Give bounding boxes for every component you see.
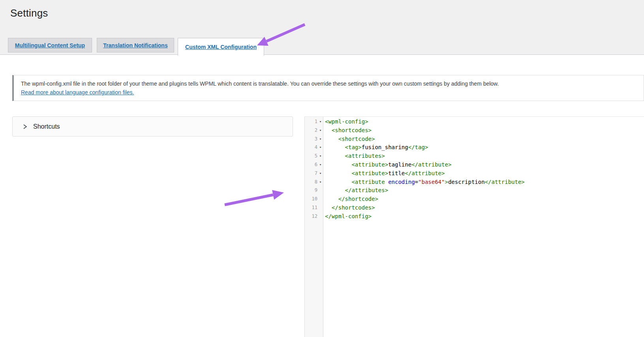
code-line[interactable]: 11 </shortcodes> <box>305 204 644 212</box>
gutter-cell: 8▾ <box>305 178 323 187</box>
code-line[interactable]: 4▾ <tag>fusion_sharing</tag> <box>305 143 644 152</box>
shortcuts-accordion-header[interactable]: Shortcuts <box>12 116 293 137</box>
code-line[interactable]: 1▾<wpml-config> <box>305 118 644 126</box>
line-number: 1 <box>305 118 317 126</box>
code-line[interactable]: 9 </attributes> <box>305 186 644 195</box>
code-line[interactable]: 8▾ <attribute encoding="base64">descript… <box>305 178 644 187</box>
code-line[interactable]: 5▾ <attributes> <box>305 152 644 161</box>
code-text: <tag>fusion_sharing</tag> <box>323 143 428 152</box>
gutter-cell: 7▾ <box>305 169 323 178</box>
code-text: </attributes> <box>323 186 388 195</box>
code-line[interactable]: 2▾ <shortcodes> <box>305 126 644 135</box>
read-more-link[interactable]: Read more about language configuration f… <box>21 89 134 95</box>
code-text: <wpml-config> <box>323 118 368 126</box>
chevron-right-icon <box>22 124 28 129</box>
gutter-cell: 9 <box>305 186 323 195</box>
tab-label: Multilingual Content Setup <box>15 42 85 49</box>
code-line[interactable]: 12</wpml-config> <box>305 212 644 221</box>
fold-toggle-icon[interactable]: ▾ <box>317 178 323 187</box>
code-line[interactable]: 10 </shortcode> <box>305 195 644 204</box>
fold-toggle-icon[interactable]: ▾ <box>317 143 323 152</box>
gutter-cell: 6▾ <box>305 161 323 169</box>
fold-toggle-icon[interactable]: ▾ <box>317 169 323 178</box>
line-number: 4 <box>305 143 317 152</box>
line-number: 5 <box>305 152 317 161</box>
gutter-cell: 12 <box>305 212 323 221</box>
arrow-to-code-editor <box>225 190 284 205</box>
gutter-cell: 2▾ <box>305 126 323 135</box>
xml-code-editor[interactable]: 1▾<wpml-config>2▾ <shortcodes>3▾ <shortc… <box>304 116 644 337</box>
code-text: <attributes> <box>323 152 385 161</box>
fold-toggle-icon[interactable]: ▾ <box>317 118 323 126</box>
tab-custom-xml-configuration[interactable]: Custom XML Configuration <box>178 38 264 56</box>
gutter-cell: 5▾ <box>305 152 323 161</box>
code-text: <attribute>title</attribute> <box>323 169 445 178</box>
tab-label: Translation Notifications <box>103 42 167 49</box>
line-number: 3 <box>305 135 317 144</box>
line-number: 6 <box>305 161 317 169</box>
info-notice: The wpml-config.xml file in the root fol… <box>12 75 644 101</box>
fold-toggle-icon[interactable]: ▾ <box>317 152 323 161</box>
line-number: 12 <box>305 212 317 221</box>
line-number: 11 <box>305 204 317 212</box>
gutter-cell: 3▾ <box>305 135 323 144</box>
tab-translation-notifications[interactable]: Translation Notifications <box>97 38 174 52</box>
notice-text: The wpml-config.xml file in the root fol… <box>21 79 636 88</box>
code-text: </shortcode> <box>323 195 378 204</box>
code-text: <shortcodes> <box>323 126 372 135</box>
gutter-cell: 11 <box>305 204 323 212</box>
fold-toggle-icon[interactable]: ▾ <box>317 161 323 169</box>
page-title: Settings <box>10 7 48 19</box>
fold-toggle-icon[interactable]: ▾ <box>317 135 323 144</box>
line-number: 10 <box>305 195 317 204</box>
gutter-cell: 4▾ <box>305 143 323 152</box>
gutter-cell: 1▾ <box>305 118 323 126</box>
tab-label: Custom XML Configuration <box>185 44 257 50</box>
code-text: </shortcodes> <box>323 204 375 212</box>
code-line[interactable]: 6▾ <attribute>tagline</attribute> <box>305 161 644 169</box>
editor-code-lines[interactable]: 1▾<wpml-config>2▾ <shortcodes>3▾ <shortc… <box>305 118 644 221</box>
line-number: 7 <box>305 169 317 178</box>
tab-multilingual-content-setup[interactable]: Multilingual Content Setup <box>8 38 92 52</box>
code-text: <shortcode> <box>323 135 375 144</box>
code-text: </wpml-config> <box>323 212 372 221</box>
line-number: 2 <box>305 126 317 135</box>
code-line[interactable]: 3▾ <shortcode> <box>305 135 644 144</box>
fold-toggle-icon[interactable]: ▾ <box>317 126 323 135</box>
line-number: 8 <box>305 178 317 187</box>
code-text: <attribute encoding="base64">description… <box>323 178 525 187</box>
shortcuts-label: Shortcuts <box>33 123 60 130</box>
line-number: 9 <box>305 186 317 195</box>
code-text: <attribute>tagline</attribute> <box>323 161 451 169</box>
code-line[interactable]: 7▾ <attribute>title</attribute> <box>305 169 644 178</box>
gutter-cell: 10 <box>305 195 323 204</box>
